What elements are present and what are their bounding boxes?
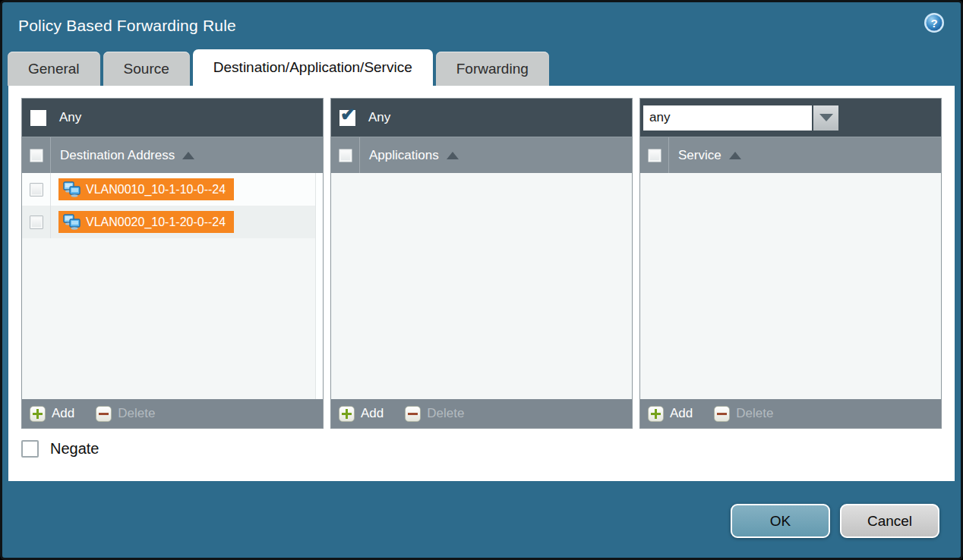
- destination-any-label: Any: [59, 110, 81, 125]
- row-label: VLAN0010_10-1-10-0--24: [86, 183, 226, 197]
- destination-select-all-checkbox[interactable]: [30, 149, 43, 162]
- negate-checkbox[interactable]: [21, 440, 39, 458]
- dialog-title: Policy Based Forwarding Rule: [18, 17, 236, 35]
- destination-toolbar: Add Delete: [22, 399, 323, 428]
- row-checkbox[interactable]: [30, 216, 43, 229]
- tab-source[interactable]: Source: [103, 52, 190, 86]
- cancel-button[interactable]: Cancel: [840, 504, 939, 538]
- sort-asc-icon: [447, 152, 459, 159]
- network-icon: [62, 214, 81, 230]
- add-button-label: Add: [361, 406, 384, 421]
- add-icon: [648, 406, 664, 422]
- service-column-header-row: Service: [640, 137, 941, 173]
- delete-icon: [96, 406, 112, 422]
- add-button-label: Add: [670, 406, 693, 421]
- dialog-actions: OK Cancel: [731, 504, 939, 538]
- chevron-down-icon: [819, 114, 833, 121]
- applications-list-body: [331, 173, 632, 399]
- add-button-label: Add: [52, 406, 74, 421]
- service-column-header-label: Service: [678, 148, 721, 163]
- service-any-dropdown[interactable]: any: [643, 105, 838, 131]
- dropdown-button[interactable]: [813, 105, 838, 131]
- negate-label: Negate: [50, 440, 99, 458]
- column-service: any Service: [639, 98, 942, 429]
- column-destination-address: Any Destination Address: [21, 98, 324, 429]
- delete-button[interactable]: Delete: [96, 406, 155, 422]
- policy-based-forwarding-rule-dialog: Policy Based Forwarding Rule ? General S…: [0, 0, 963, 560]
- tab-content-panel: Any Destination Address: [8, 86, 955, 481]
- delete-icon: [714, 406, 730, 422]
- destination-any-bar: Any: [22, 99, 323, 137]
- row-checkbox[interactable]: [30, 183, 43, 197]
- tab-general[interactable]: General: [8, 52, 100, 86]
- add-button[interactable]: Add: [648, 406, 693, 422]
- negate-row: Negate: [21, 440, 942, 458]
- destination-column-header-row: Destination Address: [22, 137, 323, 173]
- service-column-header[interactable]: Service: [678, 148, 741, 163]
- applications-column-header[interactable]: Applications: [369, 148, 459, 163]
- network-icon: [62, 181, 81, 197]
- applications-column-header-row: Applications: [331, 137, 632, 173]
- table-row[interactable]: VLAN0010_10-1-10-0--24: [22, 173, 323, 206]
- column-applications: Any Applications Add: [330, 98, 633, 429]
- delete-button-label: Delete: [736, 406, 773, 421]
- scrollbar[interactable]: [315, 173, 323, 399]
- tab-forwarding[interactable]: Forwarding: [436, 52, 549, 86]
- service-select-all-checkbox[interactable]: [648, 149, 661, 162]
- destination-column-header[interactable]: Destination Address: [60, 148, 194, 163]
- service-dropdown-value[interactable]: any: [643, 105, 812, 131]
- service-any-bar: any: [640, 99, 941, 137]
- applications-any-bar: Any: [331, 99, 632, 137]
- destination-list-body: VLAN0010_10-1-10-0--24: [22, 173, 323, 399]
- delete-button[interactable]: Delete: [714, 406, 773, 422]
- service-list-body: [640, 173, 941, 399]
- sort-asc-icon: [182, 152, 194, 159]
- add-icon: [339, 406, 355, 422]
- destination-any-checkbox[interactable]: [30, 110, 46, 126]
- address-chip[interactable]: VLAN0020_10-1-20-0--24: [58, 211, 234, 233]
- table-row[interactable]: VLAN0020_10-1-20-0--24: [22, 206, 323, 238]
- applications-select-all-checkbox[interactable]: [339, 149, 352, 162]
- applications-any-label: Any: [368, 110, 390, 125]
- applications-toolbar: Add Delete: [331, 399, 632, 428]
- applications-column-header-label: Applications: [369, 148, 439, 163]
- destination-column-header-label: Destination Address: [60, 148, 175, 163]
- title-bar: Policy Based Forwarding Rule ?: [2, 2, 961, 49]
- service-toolbar: Add Delete: [640, 399, 941, 428]
- columns-container: Any Destination Address: [21, 98, 942, 429]
- add-icon: [30, 406, 46, 422]
- delete-button-label: Delete: [118, 406, 155, 421]
- delete-button-label: Delete: [427, 406, 464, 421]
- add-button[interactable]: Add: [30, 406, 74, 422]
- help-icon[interactable]: ?: [924, 12, 945, 33]
- add-button[interactable]: Add: [339, 406, 384, 422]
- delete-button[interactable]: Delete: [405, 406, 464, 422]
- address-chip[interactable]: VLAN0010_10-1-10-0--24: [58, 178, 234, 200]
- delete-icon: [405, 406, 421, 422]
- applications-any-checkbox[interactable]: [339, 110, 355, 126]
- tab-destination-application-service[interactable]: Destination/Application/Service: [193, 49, 433, 86]
- tab-bar: General Source Destination/Application/S…: [2, 49, 961, 86]
- svg-text:?: ?: [930, 17, 937, 30]
- sort-asc-icon: [729, 152, 741, 159]
- row-label: VLAN0020_10-1-20-0--24: [86, 216, 226, 229]
- ok-button[interactable]: OK: [731, 504, 830, 538]
